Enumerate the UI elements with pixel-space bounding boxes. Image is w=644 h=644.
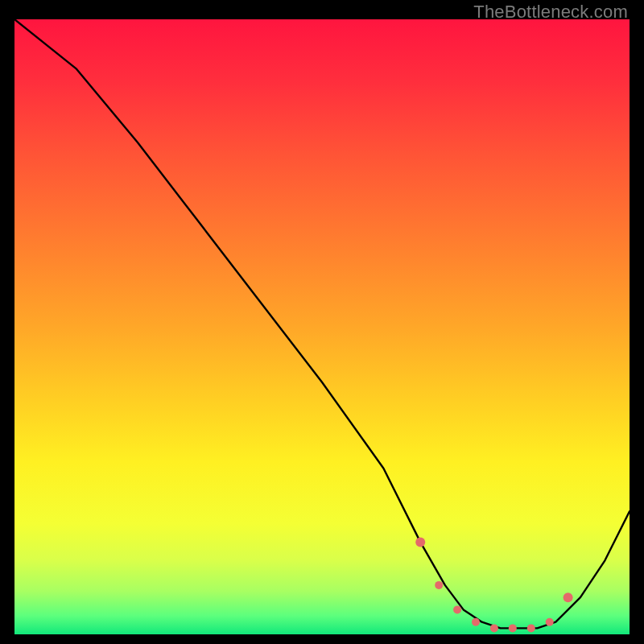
highlight-dot — [415, 537, 425, 547]
highlight-dot — [490, 624, 498, 632]
chart-background-gradient — [14, 19, 630, 634]
highlight-dot — [546, 618, 554, 626]
highlight-dot — [472, 618, 480, 626]
highlight-dot — [509, 624, 517, 632]
highlight-dot — [564, 592, 573, 602]
highlight-dot — [453, 605, 461, 613]
highlight-dot — [527, 624, 535, 632]
chart-frame — [14, 19, 630, 634]
bottleneck-chart — [14, 19, 630, 634]
highlight-dot — [435, 581, 443, 589]
